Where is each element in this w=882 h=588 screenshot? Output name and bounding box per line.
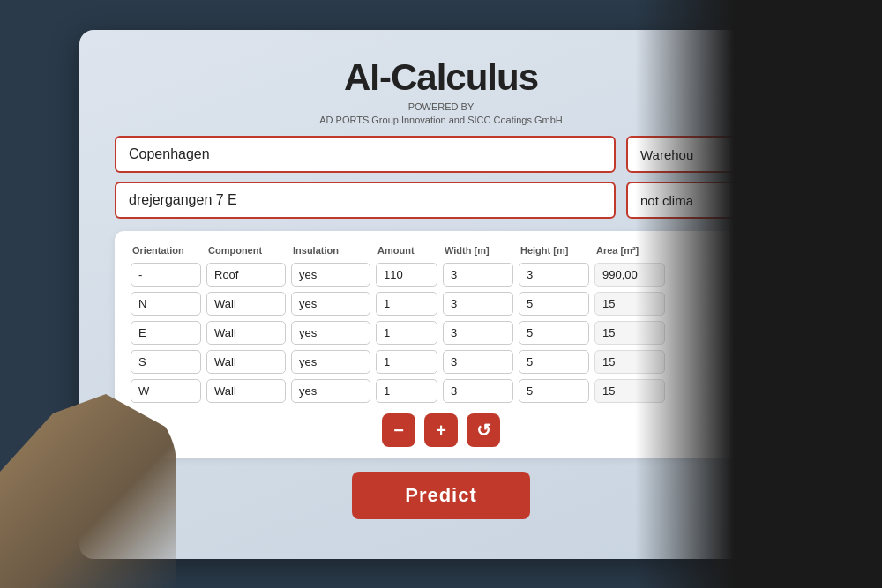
row4-width[interactable] — [443, 379, 513, 403]
row2-orientation[interactable] — [131, 321, 201, 345]
row1-area: 15 — [594, 292, 665, 316]
add-row-button[interactable]: + — [424, 413, 458, 447]
table-row: 15 — [131, 292, 751, 316]
row0-width[interactable] — [443, 263, 513, 287]
row3-component[interactable] — [206, 350, 286, 374]
row4-amount[interactable] — [376, 379, 437, 403]
row2-insulation[interactable] — [291, 321, 370, 345]
action-buttons: − + ↺ — [131, 413, 751, 447]
row3-amount[interactable] — [376, 350, 437, 374]
row0-insulation[interactable] — [291, 263, 370, 287]
row3-orientation[interactable] — [131, 350, 201, 374]
row1-amount[interactable] — [376, 292, 437, 316]
table-section: Orientation Component Insulation Amount … — [115, 231, 767, 458]
row1-insulation[interactable] — [291, 292, 370, 316]
table-header: Orientation Component Insulation Amount … — [131, 245, 751, 256]
row4-height[interactable] — [519, 379, 589, 403]
app-title: AI-Calculus — [115, 56, 767, 99]
row3-width[interactable] — [443, 350, 513, 374]
table-row: 15 — [131, 350, 751, 374]
col-orientation: Orientation — [132, 245, 203, 256]
row2-area: 15 — [594, 321, 665, 345]
row4-insulation[interactable] — [291, 379, 370, 403]
row0-orientation[interactable] — [131, 263, 201, 287]
row0-amount[interactable] — [376, 263, 437, 287]
col-insulation: Insulation — [293, 245, 372, 256]
header: AI-Calculus POWERED BY AD PORTS Group In… — [115, 56, 767, 128]
col-amount: Amount — [377, 245, 439, 256]
row2-component[interactable] — [206, 321, 286, 345]
top-input-row — [115, 136, 767, 173]
col-component: Component — [208, 245, 288, 256]
building-type-input[interactable] — [626, 136, 767, 173]
address-input[interactable] — [115, 182, 616, 219]
row2-width[interactable] — [443, 321, 513, 345]
row1-width[interactable] — [443, 292, 513, 316]
row0-area: 990,00 — [594, 263, 665, 287]
col-width: Width [m] — [445, 245, 515, 256]
app-container: AI-Calculus POWERED BY AD PORTS Group In… — [79, 30, 803, 559]
reset-button[interactable]: ↺ — [467, 413, 500, 447]
row3-height[interactable] — [519, 350, 589, 374]
second-input-row — [115, 182, 767, 219]
predict-button[interactable]: Predict — [352, 472, 530, 519]
row0-height[interactable] — [519, 263, 589, 287]
row1-component[interactable] — [206, 292, 286, 316]
col-height: Height [m] — [520, 245, 591, 256]
row1-orientation[interactable] — [131, 292, 201, 316]
table-row: 15 — [131, 379, 751, 403]
climate-input[interactable] — [626, 182, 767, 219]
city-input[interactable] — [115, 136, 616, 173]
remove-row-button[interactable]: − — [382, 413, 415, 447]
row2-amount[interactable] — [376, 321, 437, 345]
table-row: 990,00 — [131, 263, 751, 287]
table-row: 15 — [131, 321, 751, 345]
row4-component[interactable] — [206, 379, 286, 403]
row3-insulation[interactable] — [291, 350, 370, 374]
row3-area: 15 — [594, 350, 665, 374]
row4-area: 15 — [594, 379, 665, 403]
row2-height[interactable] — [519, 321, 589, 345]
powered-by: POWERED BY AD PORTS Group Innovation and… — [115, 100, 767, 128]
row1-height[interactable] — [519, 292, 589, 316]
row0-component[interactable] — [206, 263, 286, 287]
col-area: Area [m²] — [596, 245, 667, 256]
row4-orientation[interactable] — [131, 379, 201, 403]
